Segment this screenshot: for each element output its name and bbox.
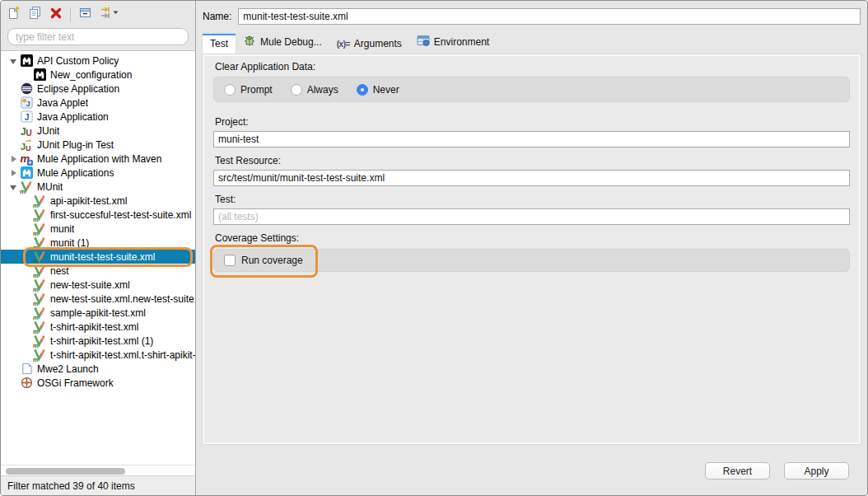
tree-item-t-shirt-apikit-test-xml-1[interactable]: mt-shirt-apikit-test.xml (1) — [1, 334, 195, 348]
java-app-icon: J — [20, 110, 33, 124]
test-input[interactable] — [213, 208, 850, 225]
test-label: Test: — [215, 194, 850, 205]
apply-button[interactable]: Apply — [784, 462, 849, 480]
tree-item-mule-application-with-maven[interactable]: mMule Application with Maven — [1, 152, 195, 166]
toolbar-separator — [70, 7, 71, 22]
tree-item-first-succesful-test-test-suite-xml[interactable]: mfirst-succesful-test-test-suite.xml — [1, 208, 195, 222]
tree-item-mule-applications[interactable]: Mule Applications — [1, 166, 195, 180]
svg-text:m: m — [33, 229, 39, 236]
test-resource-label: Test Resource: — [215, 155, 850, 166]
collapse-icon — [78, 6, 92, 23]
junit-plugin-icon: JU — [20, 138, 33, 152]
collapse-all-button[interactable] — [78, 6, 92, 23]
radio-never[interactable]: Never — [357, 84, 399, 96]
project-input[interactable] — [213, 131, 850, 147]
tree-item-junit-plug-in-test[interactable]: JUJUnit Plug-in Test — [1, 138, 195, 152]
tree-item-t-shirt-apikit-test-xml-t-shirt-apikit-test-xml[interactable]: mt-shirt-apikit-test.xml.t-shirt-apikit-… — [1, 348, 195, 362]
tree-item-label: MUnit — [37, 181, 63, 193]
munit-icon: m — [33, 292, 46, 306]
java-applet-icon: J — [20, 96, 33, 110]
svg-text:m: m — [33, 327, 39, 334]
tree-item-label: Mule Application with Maven — [37, 153, 161, 165]
configurations-sidebar: API Custom PolicyNew_configurationEclips… — [1, 1, 196, 495]
tree-item-new-test-suite-xml[interactable]: mnew-test-suite.xml — [1, 278, 195, 292]
filter-status-text: Filter matched 39 of 40 items — [1, 475, 195, 495]
radio-label: Prompt — [240, 84, 273, 96]
tree-item-java-applet[interactable]: JJava Applet — [1, 96, 195, 110]
name-input[interactable] — [238, 8, 861, 25]
delete-button[interactable] — [49, 7, 63, 23]
coverage-settings-label: Coverage Settings: — [215, 232, 850, 244]
munit-icon: m — [33, 278, 46, 292]
filter-row — [1, 28, 195, 50]
arguments-icon: (x)= — [337, 38, 350, 49]
tree-item-new-configuration[interactable]: New_configuration — [1, 68, 195, 82]
munit-icon: m — [33, 222, 46, 236]
maven-mule-icon: m — [20, 152, 33, 166]
tree-item-api-custom-policy[interactable]: API Custom Policy — [1, 54, 195, 68]
tree-item-java-application[interactable]: JJava Application — [1, 110, 195, 124]
new-configuration-button[interactable] — [7, 6, 21, 23]
munit-icon: m — [33, 321, 46, 334]
tab-label: Mule Debug... — [260, 36, 322, 48]
revert-button[interactable]: Revert — [705, 462, 770, 480]
sidebar-toolbar — [1, 1, 195, 28]
mule-black-icon — [33, 68, 46, 82]
munit-icon: m — [33, 236, 46, 250]
tree-item-munit-1[interactable]: mmunit (1) — [1, 236, 195, 250]
tree-item-osgi-framework[interactable]: OSGi Framework — [1, 376, 195, 390]
tab-mule-debug[interactable]: Mule Debug... — [236, 30, 329, 54]
horizontal-scrollbar[interactable] — [1, 465, 195, 475]
svg-text:J: J — [26, 100, 30, 108]
tree-item-label: t-shirt-apikit-test.xml.t-shirt-apikit-t… — [50, 349, 195, 361]
tab-arguments[interactable]: (x)=Arguments — [329, 34, 409, 54]
tree-item-label: Java Applet — [37, 97, 88, 109]
munit-icon: m — [33, 335, 46, 348]
tree-item-sample-apikit-test-xml[interactable]: msample-apikit-test.xml — [1, 306, 195, 320]
test-resource-input[interactable] — [213, 170, 850, 186]
radio-always[interactable]: Always — [291, 84, 338, 96]
svg-text:U: U — [26, 129, 32, 138]
tree-item-munit[interactable]: mmunit — [1, 222, 195, 236]
tree-item-label: JUnit Plug-in Test — [37, 139, 114, 151]
tab-label: Arguments — [354, 38, 402, 49]
filter-input[interactable] — [7, 28, 189, 45]
tree-item-munit-test-test-suite-xml[interactable]: mmunit-test-test-suite.xml — [1, 250, 195, 264]
tree-item-label: t-shirt-apikit-test.xml — [50, 321, 138, 333]
tree-item-t-shirt-apikit-test-xml[interactable]: mt-shirt-apikit-test.xml — [1, 320, 195, 334]
svg-text:m: m — [33, 285, 39, 292]
duplicate-button[interactable] — [28, 6, 42, 23]
filter-options-button[interactable] — [100, 6, 121, 23]
tree-item-label: sample-apikit-test.xml — [50, 307, 146, 319]
tree-item-label: munit-test-test-suite.xml — [50, 251, 155, 263]
tab-test[interactable]: Test — [203, 34, 236, 54]
tree-item-new-test-suite-xml-new-test-suite-xml[interactable]: mnew-test-suite.xml.new-test-suite.xml — [1, 292, 195, 306]
filter-icon — [100, 6, 121, 23]
svg-text:m: m — [33, 299, 39, 306]
configurations-tree[interactable]: API Custom PolicyNew_configurationEclips… — [1, 50, 195, 465]
tree-item-mwe2-launch[interactable]: Mwe2 Launch — [1, 362, 195, 376]
svg-text:m: m — [33, 313, 39, 320]
tree-item-nest[interactable]: mnest — [1, 264, 195, 278]
junit-icon: JU — [20, 124, 33, 138]
svg-text:m: m — [33, 215, 39, 222]
mwe2-icon — [20, 363, 33, 376]
munit-icon: m — [33, 208, 46, 222]
tree-item-label: Mule Applications — [37, 167, 114, 179]
project-label: Project: — [215, 116, 850, 128]
radio-prompt[interactable]: Prompt — [224, 84, 273, 96]
scrollbar-thumb[interactable] — [6, 468, 125, 475]
tree-item-junit[interactable]: JUJUnit — [1, 124, 195, 138]
tree-item-eclipse-application[interactable]: Eclipse Application — [1, 82, 195, 96]
environment-icon — [417, 34, 430, 49]
tab-environment[interactable]: Environment — [409, 30, 497, 54]
tree-item-api-apikit-test-xml[interactable]: mapi-apikit-test.xml — [1, 194, 195, 208]
new-icon — [7, 6, 21, 23]
tab-bar: TestMule Debug...(x)=ArgumentsEnvironmen… — [203, 32, 861, 54]
run-coverage-checkbox[interactable] — [224, 255, 236, 266]
munit-icon: m — [33, 194, 46, 208]
eclipse-icon — [20, 82, 33, 96]
tab-label: Environment — [434, 36, 489, 48]
tree-item-label: api-apikit-test.xml — [50, 195, 127, 207]
tree-item-munit[interactable]: mMUnit — [1, 180, 195, 194]
